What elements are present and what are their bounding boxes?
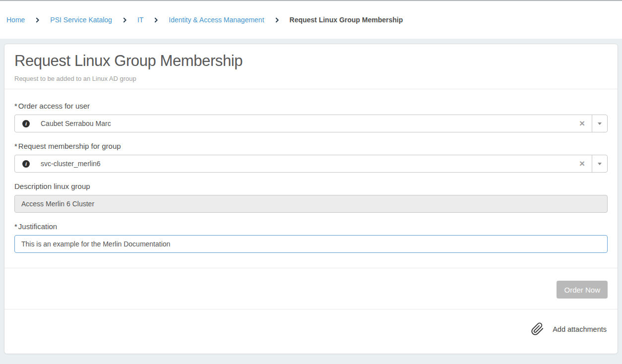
page-subtitle: Request to be added to an Linux AD group xyxy=(14,75,608,82)
order-now-button[interactable]: Order Now xyxy=(557,281,608,299)
breadcrumb-home[interactable]: Home xyxy=(6,16,25,24)
field-label: *Order access for user xyxy=(14,102,608,110)
breadcrumb: Home PSI Service Katalog IT Identity & A… xyxy=(0,1,622,39)
field-request-membership-for-group: *Request membership for group i svc-clus… xyxy=(14,142,608,173)
paperclip-icon[interactable] xyxy=(531,322,544,336)
order-section: Order Now xyxy=(4,268,618,309)
group-reference-select[interactable]: i svc-cluster_merlin6 × xyxy=(14,155,608,173)
user-reference-select[interactable]: i Caubet Serrabou Marc × xyxy=(14,115,608,132)
field-order-access-for-user: *Order access for user i Caubet Serrabou… xyxy=(14,102,608,132)
field-label: *Request membership for group xyxy=(14,142,608,150)
dropdown-toggle[interactable] xyxy=(592,155,607,172)
form-body: *Order access for user i Caubet Serrabou… xyxy=(4,89,618,268)
user-select-value: Caubet Serrabou Marc xyxy=(41,120,572,127)
clear-icon[interactable]: × xyxy=(572,155,592,172)
chevron-right-icon xyxy=(274,17,280,23)
caret-down-icon xyxy=(598,122,602,125)
required-marker: * xyxy=(14,102,17,110)
field-justification: *Justification xyxy=(14,222,608,253)
dropdown-toggle[interactable] xyxy=(592,115,607,132)
attachments-section[interactable]: Add attachments xyxy=(4,309,618,354)
add-attachments-label[interactable]: Add attachments xyxy=(553,325,607,333)
chevron-right-icon xyxy=(122,17,128,23)
page-title: Request Linux Group Membership xyxy=(14,52,608,70)
required-marker: * xyxy=(14,142,17,150)
group-select-value: svc-cluster_merlin6 xyxy=(41,160,572,168)
description-readonly-input xyxy=(14,195,608,213)
breadcrumb-psi-service-katalog[interactable]: PSI Service Katalog xyxy=(50,16,112,24)
breadcrumb-current-page: Request Linux Group Membership xyxy=(290,16,403,24)
breadcrumb-identity-access-management[interactable]: Identity & Access Management xyxy=(169,16,264,24)
info-circle-icon[interactable]: i xyxy=(22,160,30,168)
chevron-right-icon xyxy=(34,17,41,23)
chevron-right-icon xyxy=(153,17,159,23)
caret-down-icon xyxy=(598,163,602,165)
card-header: Request Linux Group Membership Request t… xyxy=(4,44,618,89)
field-label: Description linux group xyxy=(14,182,608,190)
field-label: *Justification xyxy=(14,222,608,231)
catalog-item-card: Request Linux Group Membership Request t… xyxy=(4,44,618,354)
justification-input[interactable] xyxy=(14,235,608,253)
field-description-linux-group: Description linux group xyxy=(14,182,608,213)
breadcrumb-it[interactable]: IT xyxy=(137,16,143,24)
info-circle-icon[interactable]: i xyxy=(22,120,30,127)
required-marker: * xyxy=(14,222,17,231)
page-content: Request Linux Group Membership Request t… xyxy=(0,39,622,354)
clear-icon[interactable]: × xyxy=(572,115,592,132)
